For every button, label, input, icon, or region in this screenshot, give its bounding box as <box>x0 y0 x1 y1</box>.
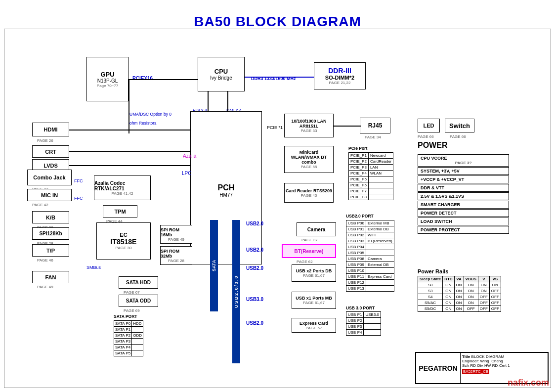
express-card-page: PAGE 57 <box>306 326 322 330</box>
led-page: PAGE 66 <box>418 134 434 139</box>
pcie-row-1: PCIE_P2CardReader <box>349 159 393 165</box>
pcie-row-3: PCIE_P4WLAN <box>349 171 393 176</box>
usb20-label-3: USB2.0 <box>246 265 263 271</box>
hdmi-label: HDMI <box>43 127 57 132</box>
gpu-v-line <box>128 79 129 133</box>
gpu-box: GPU N13P-GL Page 70~77 <box>86 57 128 101</box>
ffc2-label: FFC <box>74 193 83 202</box>
azalia-codec-label: Azalia Codec RTK/ALC271 <box>94 180 150 191</box>
sata-hdd-box: SATA HDD <box>119 276 158 289</box>
gpu-page: Page 70~77 <box>97 84 118 88</box>
pr-row-1: S3 ON ON ON ON OFF <box>418 288 501 294</box>
power-item-3: DDR & VTT <box>418 184 509 192</box>
crt-box: CRT <box>32 145 69 158</box>
pr-header-5: VS <box>489 276 501 282</box>
pr-header-0: Sleep State <box>418 276 443 282</box>
kb-label: K/B <box>46 215 55 220</box>
sata-hdd-label: SATA HDD <box>126 280 151 285</box>
camera-box: Camera <box>297 222 336 236</box>
fdi-line <box>208 91 209 112</box>
cpu-label: CPU <box>214 68 228 75</box>
spi-rom-16-label: SPI ROM 16Mb <box>161 227 192 237</box>
minicard-box: MiniCard WLAN/WMAX BT combo PAGE 55 <box>284 146 334 173</box>
nafix-watermark: nafix.com <box>508 378 549 388</box>
pr-row-3: S5/AC ON ON ON OFF OFF <box>418 300 501 306</box>
combo-jack-box: Combo Jack <box>27 170 72 185</box>
usb-x2-box: USB x2 Ports DB PAGE 61,67 <box>292 264 336 282</box>
power-rails-title: Power Rails <box>418 268 448 274</box>
minicard-page: PAGE 55 <box>301 165 317 169</box>
ddr-box: DDR-III SO-DIMM*2 PAGE 21,22 <box>314 62 366 89</box>
sata-band: SATA <box>210 220 218 311</box>
usb30-port-title: USB 3.0 PORT <box>346 305 375 310</box>
spi-rom-16-box: SPI ROM 16Mb PAGE 49 <box>160 225 192 244</box>
crt-line <box>69 151 190 152</box>
uma-dsc-label: UMA/DSC Option by 0 ohm Resistors. <box>129 109 179 127</box>
usb30-label: USB3.0 <box>246 297 263 302</box>
bt-reserve-page: PAGE 62 <box>297 260 313 264</box>
camera-page: PAGE 37 <box>301 238 318 242</box>
lvds-label: LVDS <box>43 163 58 169</box>
pcie1-label: PCIE *1 <box>267 122 283 131</box>
spi128-label: SPI128Kb <box>39 231 62 236</box>
pcie-row-5: PCIE_P6 <box>349 182 393 188</box>
ddr-sub: SO-DIMM*2 <box>325 75 354 81</box>
spi-rom-32-box: SPI ROM 32Mb PAGE 28 <box>160 246 192 265</box>
usb20-port-title: USB2.0 PORT <box>346 214 374 218</box>
sata-odd-label: SATA ODD <box>126 298 151 304</box>
azalia-conn-label: Azalia <box>183 151 196 160</box>
pch-box: PCH HM77 <box>190 111 262 264</box>
usb-x2-label: USB x2 Ports DB <box>296 268 332 273</box>
pr-row-2: S4 ON ON ON OFF OFF <box>418 294 501 300</box>
cpu-box: CPU Ivy Bridge <box>198 57 245 91</box>
rj45-page: PAGE 34 <box>365 135 381 139</box>
ec-model: IT8518E <box>111 238 137 246</box>
minicard-label: MiniCard WLAN/WMAX BT combo <box>285 150 333 165</box>
tp-box: T/P <box>32 244 69 257</box>
mic-in-label: MIC IN <box>41 192 58 198</box>
lan-label: 10/100/1000 LAN AR8151L <box>285 119 333 129</box>
pch-sub: HM77 <box>219 192 233 198</box>
camera-label: Camera <box>307 227 326 232</box>
spi128-box: SPI128Kb <box>32 227 69 240</box>
power-item-0: CPU VCORE PAGE 3? <box>418 154 509 167</box>
led-box: LED <box>418 119 440 132</box>
hdmi-box: HDMI <box>32 123 69 136</box>
power-item-8: POWER PROTECT <box>418 226 509 234</box>
lan-box: 10/100/1000 LAN AR8151L PAGE 33 <box>284 114 334 137</box>
sata-odd-box: SATA ODD <box>119 295 158 307</box>
spi-rom-32-page: PAGE 28 <box>168 259 184 263</box>
led-label: LED <box>424 123 434 129</box>
express-card-label: Express Card <box>299 321 328 326</box>
card-reader-page: PAGE 40 <box>301 193 317 198</box>
pr-header-2: VA <box>454 276 464 282</box>
hdmi-line <box>69 130 190 131</box>
pcie-port-title: PCIe Port <box>348 146 367 151</box>
dmi-line <box>227 91 228 112</box>
fan-page: PAGE 49 <box>37 285 53 289</box>
usb-x1-page: PAGE 61,67 <box>303 301 325 305</box>
gpu-label: GPU <box>100 71 114 78</box>
usb20-label-2: USB2.0 <box>246 247 263 253</box>
usb-x1-box: USB x1 Ports MB PAGE 61,67 <box>292 292 336 309</box>
smbus-label: SMBus <box>86 262 101 271</box>
power-item-1: SYSTEM, +3V, +5V <box>418 167 509 175</box>
card-reader-box: Card Reader RTS5209 PAGE 40 <box>284 183 334 203</box>
switch-label: Switch <box>449 122 470 130</box>
gpu-cpu-line <box>128 79 198 80</box>
sata-odd-page: PAGE 69 <box>124 308 140 313</box>
spi-rom-32-label: SPI ROM 32Mb <box>161 249 192 259</box>
lan-page: PAGE 33 <box>301 129 317 133</box>
lpc-label: LPC <box>182 168 191 177</box>
power-item-7: LOAD SWITCH <box>418 218 509 225</box>
pr-row-4: S5/DC ON ON OFF OFF OFF <box>418 306 501 312</box>
switch-page: PAGE 66 <box>450 134 466 139</box>
usb30-port-table: USB P1USB3.0 USB P2 USB P3 USB P4 <box>346 311 381 336</box>
lvds-line <box>69 165 190 166</box>
sata-port-table: SATA P0HDD SATA P1 SATA P2ODD SATA P3 SA… <box>114 320 143 356</box>
pcie-row-4: PCIE_P5 <box>349 176 393 182</box>
power-items: CPU VCORE PAGE 3? SYSTEM, +3V, +5V +VCCP… <box>418 154 509 234</box>
tpm-label: TPM <box>114 209 126 215</box>
power-item-2: +VCCP & +VCCP_VT <box>418 175 509 183</box>
tpm-box: TPM <box>103 205 137 218</box>
